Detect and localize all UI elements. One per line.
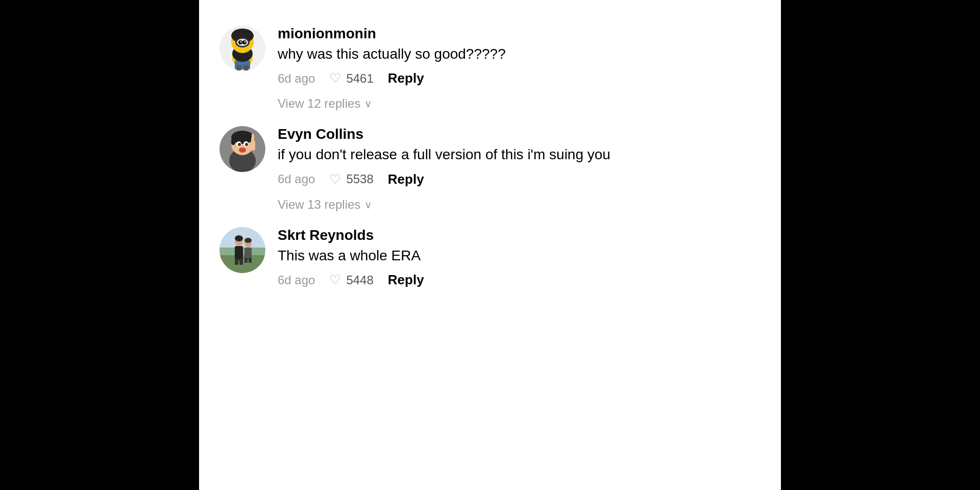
comment-row: mionionmonin why was this actually so go… (219, 15, 761, 86)
svg-point-24 (239, 148, 246, 153)
comment-row: Skrt Reynolds This was a whole ERA 6d ag… (219, 217, 761, 288)
svg-rect-38 (244, 258, 248, 263)
svg-point-23 (245, 143, 248, 146)
svg-point-22 (238, 143, 241, 146)
svg-point-10 (240, 41, 242, 43)
comment-timestamp: 6d ago (278, 71, 315, 86)
svg-point-40 (235, 235, 243, 241)
view-replies-text[interactable]: View 12 replies (278, 96, 360, 111)
svg-rect-12 (236, 65, 241, 70)
view-replies-row: View 12 replies ∨ (278, 96, 761, 111)
avatar (219, 227, 265, 273)
reply-button[interactable]: Reply (388, 272, 424, 288)
svg-rect-39 (249, 258, 252, 263)
like-group: ♡ 5538 (329, 172, 373, 187)
reply-button[interactable]: Reply (388, 70, 424, 86)
comment-text: This was a whole ERA (278, 247, 761, 265)
like-group: ♡ 5448 (329, 272, 373, 288)
svg-rect-27 (252, 134, 254, 140)
comment-meta: 6d ago ♡ 5538 Reply (278, 172, 761, 187)
comment-username: Evyn Collins (278, 126, 761, 142)
like-count: 5461 (346, 71, 373, 86)
comment-timestamp: 6d ago (278, 172, 315, 186)
avatar (219, 126, 265, 172)
svg-rect-33 (235, 246, 243, 260)
chevron-down-icon[interactable]: ∨ (364, 97, 372, 110)
comment-text: why was this actually so good????? (278, 45, 761, 63)
comment-content: Skrt Reynolds This was a whole ERA 6d ag… (278, 227, 761, 288)
svg-point-11 (244, 41, 246, 43)
comment-meta: 6d ago ♡ 5448 Reply (278, 272, 761, 288)
view-replies-text[interactable]: View 13 replies (278, 198, 360, 212)
comment-timestamp: 6d ago (278, 273, 315, 287)
reply-button[interactable]: Reply (388, 172, 424, 187)
svg-rect-35 (239, 259, 243, 265)
heart-icon[interactable]: ♡ (329, 172, 341, 187)
avatar (219, 26, 265, 71)
like-count: 5448 (346, 273, 373, 287)
comment-username: Skrt Reynolds (278, 227, 761, 243)
svg-point-41 (244, 238, 252, 243)
chevron-down-icon[interactable]: ∨ (364, 199, 372, 211)
comment-content: mionionmonin why was this actually so go… (278, 26, 761, 86)
comment-content: Evyn Collins if you don't release a full… (278, 126, 761, 187)
comment-text: if you don't release a full version of t… (278, 145, 761, 164)
svg-rect-19 (231, 139, 235, 145)
comments-section: mionionmonin why was this actually so go… (199, 0, 781, 490)
svg-rect-13 (243, 65, 249, 70)
comment-username: mionionmonin (278, 26, 761, 42)
heart-icon[interactable]: ♡ (329, 272, 341, 288)
view-replies-row: View 13 replies ∨ (278, 198, 761, 212)
comment-meta: 6d ago ♡ 5461 Reply (278, 70, 761, 86)
like-group: ♡ 5461 (329, 70, 373, 86)
svg-rect-34 (235, 259, 238, 265)
comment-row: Evyn Collins if you don't release a full… (219, 116, 761, 187)
like-count: 5538 (346, 172, 373, 186)
heart-icon[interactable]: ♡ (329, 70, 341, 86)
